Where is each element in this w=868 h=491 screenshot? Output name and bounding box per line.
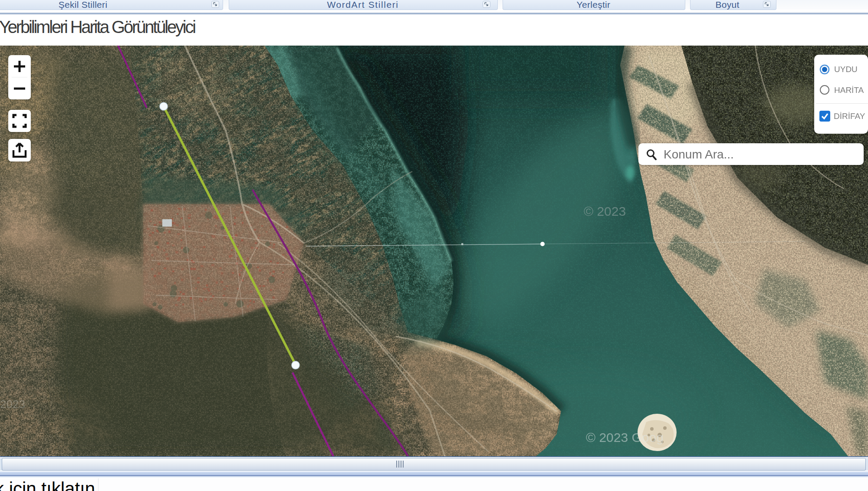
svg-text:2023: 2023 — [0, 398, 25, 411]
svg-text:© 2023: © 2023 — [584, 204, 626, 218]
svg-text:© 2023 Goog: © 2023 Goog — [586, 430, 664, 445]
